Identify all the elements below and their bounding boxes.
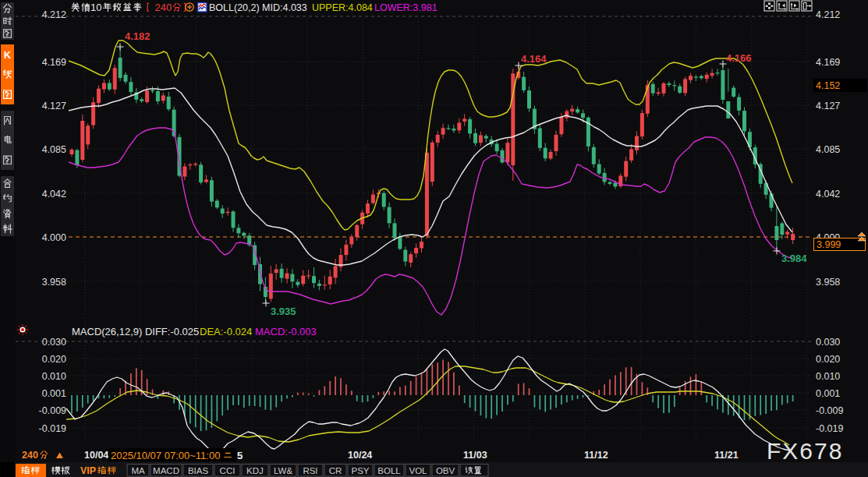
svg-text:0.010: 0.010: [816, 371, 840, 382]
svg-text:240: 240: [22, 450, 38, 461]
svg-text:4.000: 4.000: [42, 232, 66, 243]
svg-text:4.152: 4.152: [816, 80, 840, 91]
svg-text:4.169: 4.169: [816, 57, 840, 68]
svg-text:BIAS: BIAS: [188, 466, 209, 475]
svg-text:4.127: 4.127: [42, 101, 66, 111]
svg-text:11/21: 11/21: [714, 450, 739, 461]
svg-text:MACD: MACD: [153, 466, 179, 475]
svg-text:3.958: 3.958: [42, 277, 66, 288]
svg-text:BOLL: BOLL: [377, 466, 401, 475]
svg-text:MACD:-0.003: MACD:-0.003: [255, 326, 317, 337]
svg-text:4.042: 4.042: [816, 189, 840, 200]
svg-text:3.958: 3.958: [816, 277, 840, 288]
svg-text:4.085: 4.085: [816, 144, 840, 155]
svg-text:4.085: 4.085: [42, 144, 66, 155]
svg-text:4.212: 4.212: [816, 9, 840, 20]
svg-text:-0.019: -0.019: [39, 423, 66, 434]
svg-text:-0.019: -0.019: [816, 423, 843, 434]
svg-text:3.984: 3.984: [781, 253, 807, 264]
svg-text:K: K: [4, 49, 12, 61]
svg-text:RSI: RSI: [303, 466, 317, 475]
svg-text:11/03: 11/03: [463, 450, 487, 461]
svg-text:LW&: LW&: [274, 466, 292, 475]
svg-text:4.164: 4.164: [521, 53, 547, 65]
svg-text:0.030: 0.030: [42, 337, 66, 348]
svg-text:10/04: 10/04: [84, 450, 108, 461]
svg-text:PSY: PSY: [352, 466, 370, 475]
svg-text:2025/10/07 07:00~11:00: 2025/10/07 07:00~11:00: [111, 450, 220, 461]
svg-text:3.999: 3.999: [817, 239, 841, 250]
svg-text:4.042: 4.042: [42, 189, 66, 200]
svg-text:4.182: 4.182: [125, 30, 151, 42]
svg-text:0.030: 0.030: [816, 337, 840, 348]
svg-text:3.935: 3.935: [271, 306, 296, 317]
svg-text:MA: MA: [131, 466, 145, 475]
svg-text:10/24: 10/24: [348, 450, 372, 461]
svg-text:OBV: OBV: [436, 466, 455, 475]
svg-text:CCI: CCI: [220, 466, 236, 475]
svg-text:4.127: 4.127: [816, 101, 840, 111]
svg-text:-0.009: -0.009: [39, 405, 66, 416]
svg-text:BOLL(20,2) MID:4.033: BOLL(20,2) MID:4.033: [209, 2, 307, 13]
svg-text:DEA:-0.024: DEA:-0.024: [200, 326, 252, 337]
svg-text:0.020: 0.020: [42, 354, 66, 365]
svg-text:5: 5: [237, 450, 243, 461]
svg-text:MACD(26,12,9) DIFF:-0.025: MACD(26,12,9) DIFF:-0.025: [72, 326, 199, 337]
svg-text:4.169: 4.169: [42, 57, 66, 68]
svg-text:-0.009: -0.009: [816, 405, 843, 416]
svg-text:VOL: VOL: [409, 466, 428, 475]
svg-text:4.212: 4.212: [42, 9, 66, 20]
svg-text:10: 10: [90, 2, 101, 13]
svg-text:0.001: 0.001: [42, 388, 66, 399]
svg-text:KDJ: KDJ: [246, 466, 264, 475]
svg-text:0.010: 0.010: [42, 371, 66, 382]
svg-text:0.020: 0.020: [816, 354, 840, 365]
svg-text:VIP: VIP: [80, 465, 96, 476]
svg-text:0.001: 0.001: [816, 388, 840, 399]
svg-text:FX678: FX678: [767, 438, 843, 464]
svg-text:4.166: 4.166: [726, 52, 752, 64]
svg-text:CR: CR: [329, 466, 342, 475]
svg-text:LOWER:3.981: LOWER:3.981: [374, 2, 438, 13]
svg-text:UPPER:4.084: UPPER:4.084: [312, 2, 373, 13]
svg-text:11/12: 11/12: [584, 450, 608, 461]
svg-text:240: 240: [155, 2, 172, 13]
